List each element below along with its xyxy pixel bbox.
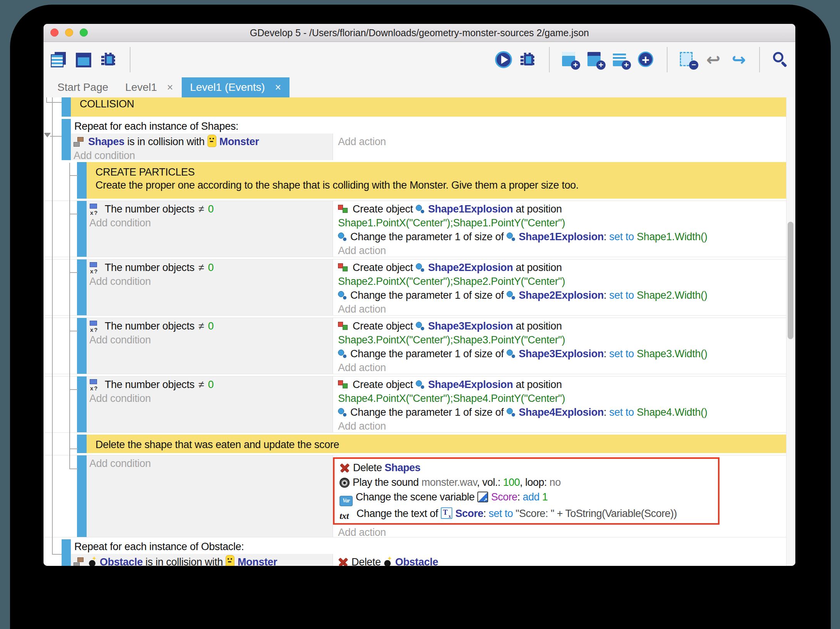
event-row[interactable]: The number objects ≠ 0Add conditionCreat… (44, 376, 786, 433)
event-line: Shape3.PointX("Center");Shape3.PointY("C… (338, 333, 786, 347)
add-condition-button[interactable]: Add condition (89, 393, 151, 404)
add-new-icon[interactable] (638, 51, 655, 69)
preview-window-icon[interactable] (75, 51, 93, 69)
actions-column[interactable]: Delete ShapesPlay the sound monster.wav,… (333, 455, 786, 537)
tab-level1[interactable]: Level1× (117, 77, 181, 97)
comment-row[interactable]: Delete the shape that was eaten and upda… (44, 435, 786, 453)
particle-icon (416, 380, 425, 390)
actions-column[interactable]: Create object Shape3Explosion at positio… (333, 318, 786, 374)
delete-icon (340, 462, 350, 473)
text-segment: add (523, 491, 540, 503)
search-icon[interactable] (771, 51, 789, 69)
tab-close-icon[interactable]: × (167, 82, 173, 94)
text-segment: Monster (219, 136, 259, 147)
actions-column[interactable]: Create object Shape2Explosion at positio… (333, 259, 786, 315)
conditions-column[interactable]: Shapes is in collision with MonsterAdd c… (71, 134, 333, 160)
event-row[interactable]: The number objects ≠ 0Add conditionCreat… (44, 318, 786, 374)
comment-body: Delete the shape that was eaten and upda… (87, 435, 786, 453)
comment-row[interactable]: COLLISION (44, 97, 786, 117)
event-line: Shape2.PointX("Center");Shape2.PointY("C… (338, 274, 786, 288)
add-comment-icon[interactable] (612, 51, 630, 69)
comment-line: CREATE PARTICLES (95, 166, 786, 179)
play-icon[interactable] (495, 51, 512, 68)
text-segment: Score (455, 508, 484, 519)
events-sheet: COLLISIONRepeat for each instance of Sha… (44, 97, 795, 566)
particle-icon (338, 349, 347, 359)
event-line: Delete Shapes (340, 460, 718, 475)
event-row[interactable]: The number objects ≠ 0Add conditionCreat… (44, 259, 786, 316)
event-row[interactable]: The number objects ≠ 0Add conditionCreat… (44, 201, 786, 257)
tab-close-icon[interactable]: × (275, 82, 281, 94)
undo-icon[interactable] (704, 51, 722, 69)
text-segment: Shape3Explosion (519, 348, 604, 360)
create-object-icon (338, 204, 350, 214)
remove-event-icon[interactable] (679, 51, 697, 69)
actions-column[interactable]: Create object Shape4Explosion at positio… (333, 376, 786, 432)
add-action-button[interactable]: Add action (338, 362, 386, 373)
conditions-column[interactable]: The number objects ≠ 0Add condition (87, 318, 333, 374)
debugger-icon[interactable] (100, 51, 118, 69)
add-condition-button[interactable]: Add condition (89, 334, 151, 346)
event-indent-bar (77, 318, 87, 374)
event-indent-bar (62, 119, 71, 160)
bomb-icon (383, 556, 392, 566)
add-action-button[interactable]: Add action (338, 420, 386, 432)
add-subevent-icon[interactable] (587, 51, 604, 69)
monster-icon (226, 555, 234, 566)
event-row[interactable]: Repeat for each instance of Shapes:Shape… (44, 119, 786, 160)
text-segment: 0 (205, 320, 214, 332)
add-event-icon[interactable] (561, 51, 579, 69)
add-condition-button[interactable]: Add condition (89, 276, 151, 287)
add-condition-button[interactable]: Add condition (89, 458, 151, 469)
text-segment: Shape1Explosion (519, 231, 604, 243)
text-segment: Create object (353, 320, 416, 332)
redo-icon[interactable] (730, 51, 748, 69)
text-segment: , loop: (520, 477, 549, 488)
text-segment: set to (609, 231, 634, 243)
text-segment: set to (609, 348, 634, 360)
text-segment: ≠ (197, 379, 205, 390)
conditions-column[interactable]: The number objects ≠ 0Add condition (87, 259, 333, 315)
tree-line (69, 389, 78, 390)
debug-icon[interactable] (520, 51, 537, 69)
actions-column[interactable]: Add action (333, 134, 786, 160)
add-action-button[interactable]: Add action (338, 136, 386, 147)
title-bar[interactable]: GDevelop 5 - /Users/florian/Downloads/ge… (44, 24, 795, 42)
project-manager-icon[interactable] (50, 51, 67, 69)
conditions-column[interactable]: Obstacle is in collision with Monster (71, 554, 333, 566)
toolbar-separator (549, 47, 550, 72)
event-row[interactable]: Add conditionDelete ShapesPlay the sound… (44, 455, 786, 537)
text-segment: : (604, 407, 609, 418)
comment-row[interactable]: CREATE PARTICLESCreate the proper one ac… (44, 162, 786, 199)
collision-icon (74, 557, 85, 566)
event-row[interactable]: Repeat for each instance of Obstacle:Obs… (44, 539, 786, 566)
scrollbar-track[interactable] (786, 97, 795, 566)
text-segment: Play the sound (353, 477, 422, 488)
text-segment: , vol.: (477, 477, 503, 488)
tab-level1-events-[interactable]: Level1 (Events)× (182, 77, 289, 97)
add-action-button[interactable]: Add action (338, 303, 386, 315)
add-action-button[interactable]: Add action (338, 527, 386, 537)
add-condition-button[interactable]: Add condition (74, 150, 135, 160)
toolbar-separator (667, 47, 668, 72)
scrollbar-thumb[interactable] (788, 222, 793, 339)
actions-column[interactable]: Create object Shape1Explosion at positio… (333, 201, 786, 257)
particle-icon (338, 408, 347, 418)
conditions-column[interactable]: Add condition (87, 455, 333, 537)
actions-column[interactable]: Delete Obstacle (333, 554, 786, 566)
event-line: Change the parameter 1 of size of Shape4… (338, 405, 786, 419)
collapse-arrow-icon[interactable] (44, 133, 51, 137)
create-object-icon (338, 379, 350, 390)
conditions-column[interactable]: The number objects ≠ 0Add condition (87, 376, 333, 432)
objects-count-icon (89, 203, 102, 214)
add-action-button[interactable]: Add action (338, 245, 386, 256)
event-line: The number objects ≠ 0 (89, 202, 333, 216)
add-condition-button[interactable]: Add condition (89, 217, 151, 229)
conditions-column[interactable]: The number objects ≠ 0Add condition (87, 201, 333, 257)
particle-icon (507, 349, 516, 359)
event-indent-bar (62, 539, 71, 566)
event-line: Add condition (89, 333, 333, 347)
text-segment: Monster (238, 556, 277, 566)
particle-icon (507, 291, 516, 301)
tab-start-page[interactable]: Start Page (49, 77, 117, 97)
